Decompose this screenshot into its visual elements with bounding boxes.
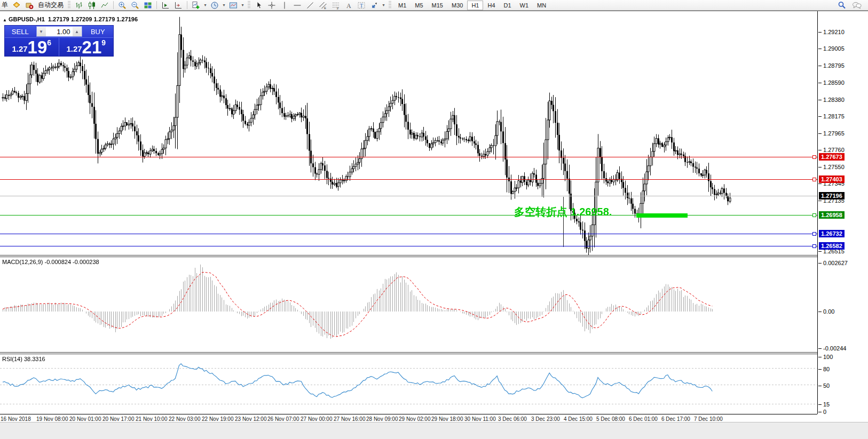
rsi-axis-tick: 80 <box>823 366 830 372</box>
timeframe-button-d1[interactable]: D1 <box>500 1 516 10</box>
search-icon[interactable] <box>836 1 848 10</box>
order-menu-label[interactable]: 单 <box>0 1 10 10</box>
auto-trading-button[interactable]: 自动交易 <box>36 1 65 10</box>
rsi-axis-tick: 15 <box>823 401 830 408</box>
level-line-1.27403[interactable] <box>0 179 817 180</box>
timeframe-button-m15[interactable]: M15 <box>428 1 447 10</box>
chart-shift-icon[interactable] <box>172 1 184 10</box>
sell-price-prefix: 1.27 <box>12 45 27 53</box>
level-line-1.27196[interactable] <box>0 196 817 196</box>
trade-panel-controls: SELL ▼ ▲ BUY <box>5 26 113 38</box>
macd-axis-tick: 0.002627 <box>823 260 848 266</box>
text-icon[interactable]: A <box>343 1 354 10</box>
price-axis-tick: 1.28175 <box>823 113 845 119</box>
timeframe-button-mn[interactable]: MN <box>533 1 550 10</box>
indicators-icon[interactable] <box>190 1 202 10</box>
time-axis-label: 29 Nov 18:00 <box>431 416 463 422</box>
chart-workspace: ▲GBPUSD-,H1 1.27179 1.27209 1.27179 1.27… <box>0 11 868 422</box>
time-axis[interactable]: 16 Nov 201819 Nov 08:0020 Nov 01:0020 No… <box>0 414 817 422</box>
macd-pane[interactable]: MACD(12,26,9) -0.000824 -0.000238 <box>0 257 817 352</box>
timeframe-button-h4[interactable]: H4 <box>483 1 499 10</box>
zoom-out-icon[interactable] <box>129 1 141 10</box>
toolbar-separator <box>156 1 157 9</box>
volume-increase-button[interactable]: ▲ <box>73 27 82 36</box>
time-axis-label: 22 Nov 19:00 <box>202 416 234 422</box>
candlestick-chart-icon[interactable] <box>86 1 98 10</box>
equidistant-channel-icon[interactable]: E <box>317 1 329 10</box>
timeframe-button-h1[interactable]: H1 <box>467 1 483 10</box>
level-line-1.26582[interactable] <box>0 246 817 246</box>
time-axis-label: 5 Dec 08:00 <box>596 416 625 422</box>
expert-advisor-icon[interactable] <box>23 1 35 10</box>
horizontal-line-icon[interactable] <box>291 1 303 10</box>
price-axis-tick: 1.28380 <box>823 97 845 103</box>
line-chart-icon[interactable] <box>99 1 111 10</box>
zoom-in-icon[interactable] <box>116 1 128 10</box>
price-level-label-1.26732: 1.26732 <box>819 230 845 237</box>
sell-button[interactable]: SELL <box>5 26 36 37</box>
auto-scroll-icon[interactable] <box>160 1 171 10</box>
vertical-line-icon[interactable] <box>279 1 290 10</box>
support-highlight-bar[interactable] <box>636 213 688 218</box>
timeframe-button-m1[interactable]: M1 <box>394 1 411 10</box>
periods-dropdown-caret[interactable]: ▾ <box>222 3 226 7</box>
rsi-axis-tick: 100 <box>823 354 833 360</box>
svg-text:T: T <box>360 3 363 9</box>
sell-price-pip: 6 <box>47 39 51 46</box>
price-axis[interactable]: 1.292101.290051.287951.285901.283801.281… <box>817 11 868 414</box>
time-axis-label: 20 Nov 01:00 <box>69 416 101 422</box>
arrows-dropdown-caret[interactable]: ▾ <box>381 3 386 7</box>
fibonacci-icon[interactable]: F <box>330 1 342 10</box>
price-level-label-1.27403: 1.27403 <box>819 175 845 183</box>
price-level-label-1.27673: 1.27673 <box>819 153 845 161</box>
timeframe-button-m5[interactable]: M5 <box>411 1 427 10</box>
periods-clock-icon[interactable] <box>209 1 220 10</box>
timeframe-button-m30[interactable]: M30 <box>447 1 467 10</box>
toolbar-grip <box>389 1 391 9</box>
arrows-icon[interactable] <box>368 1 380 10</box>
buy-button[interactable]: BUY <box>83 26 114 37</box>
timeframe-group: M1M5M15M30H1H4D1W1MN <box>394 1 550 10</box>
tile-windows-icon[interactable] <box>142 1 154 10</box>
collapse-marker-icon[interactable]: ▲ <box>3 18 7 22</box>
trendline-icon[interactable] <box>304 1 316 10</box>
time-axis-label: 7 Dec 10:00 <box>694 416 723 422</box>
toolbar-grip <box>248 1 250 9</box>
chart-title: ▲GBPUSD-,H1 1.27179 1.27209 1.27179 1.27… <box>3 16 138 22</box>
main-chart-pane[interactable]: ▲GBPUSD-,H1 1.27179 1.27209 1.27179 1.27… <box>0 11 817 255</box>
rsi-axis-tick: 0 <box>823 409 826 415</box>
level-line-1.26732[interactable] <box>0 234 817 234</box>
price-axis-tick: 1.27550 <box>823 164 845 170</box>
toolbar-right-group <box>836 1 866 10</box>
crosshair-icon[interactable] <box>266 1 278 10</box>
sell-price[interactable]: 1.27 19 6 <box>5 38 59 56</box>
volume-decrease-button[interactable]: ▼ <box>37 27 46 36</box>
indicators-dropdown-caret[interactable]: ▾ <box>203 3 208 7</box>
buy-price[interactable]: 1.27 21 9 <box>59 38 114 56</box>
bar-chart-icon[interactable] <box>73 1 85 10</box>
time-axis-label: 4 Dec 15:00 <box>564 416 593 422</box>
rsi-pane[interactable]: RSI(14) 38.3316 <box>0 354 817 414</box>
time-axis-label: 30 Nov 11:00 <box>464 416 496 422</box>
new-order-icon[interactable] <box>11 1 22 10</box>
level-line-1.26958[interactable] <box>0 215 817 215</box>
rsi-label: RSI(14) 38.3316 <box>2 356 45 362</box>
symbol-timeframe: GBPUSD-,H1 <box>9 16 45 22</box>
chat-icon[interactable] <box>851 1 863 10</box>
level-line-1.27673[interactable] <box>0 157 817 157</box>
time-axis-label: 27 Nov 00:00 <box>301 416 333 422</box>
volume-spinner: ▼ ▲ <box>36 26 82 37</box>
rsi-axis-tick: 50 <box>823 382 830 389</box>
templates-dropdown-caret[interactable]: ▾ <box>240 3 245 7</box>
volume-input[interactable] <box>46 27 73 36</box>
text-label-icon[interactable]: T <box>356 1 367 10</box>
templates-icon[interactable] <box>227 1 239 10</box>
time-axis-label: 6 Dec 01:00 <box>629 416 658 422</box>
timeframe-button-w1[interactable]: W1 <box>516 1 533 10</box>
macd-canvas[interactable] <box>0 257 817 352</box>
rsi-canvas[interactable] <box>0 354 817 414</box>
candlestick-canvas[interactable] <box>0 11 817 255</box>
cursor-icon[interactable] <box>253 1 265 10</box>
svg-text:F: F <box>337 6 339 10</box>
time-axis-label: 22 Nov 03:00 <box>169 416 201 422</box>
